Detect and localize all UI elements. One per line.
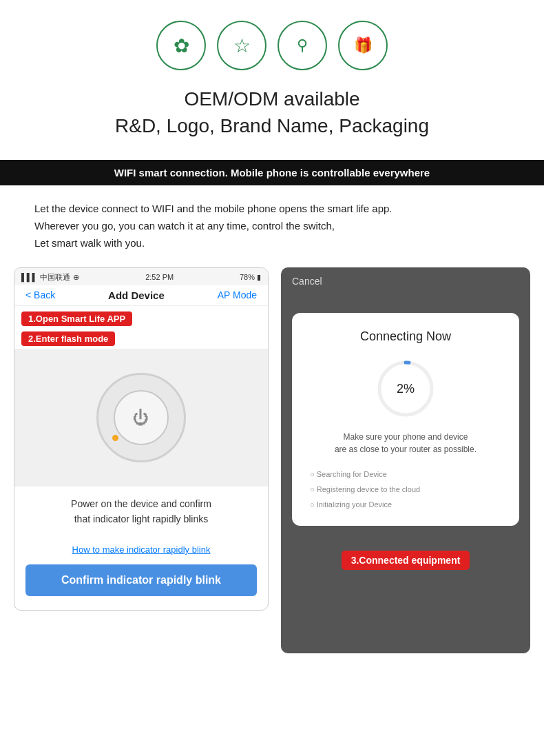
- step-registering: Registering device to the cloud: [310, 482, 501, 497]
- cancel-button[interactable]: Cancel: [292, 276, 322, 287]
- back-button[interactable]: < Back: [25, 289, 55, 300]
- connected-row: 3.Connected equipment: [281, 537, 530, 581]
- confirm-blink-button[interactable]: Confirm indicator rapidly blink: [25, 564, 257, 596]
- power-icon: ⏻: [133, 408, 149, 427]
- power-button-area[interactable]: ⏻: [114, 390, 169, 445]
- ap-mode-button[interactable]: AP Mode: [218, 289, 257, 300]
- phone-nav: < Back Add Device AP Mode: [14, 285, 268, 306]
- phones-row: ▌▌▌ 中国联通 ⊕ 2:52 PM 78% ▮ < Back Add Devi…: [0, 267, 544, 653]
- step-initializing: Initializing your Device: [310, 497, 501, 512]
- signal-icon: ▌▌▌: [21, 273, 37, 281]
- progress-percent: 2%: [397, 381, 415, 396]
- battery-icon: ▮: [257, 273, 261, 282]
- plug-search-icon: ⚲: [278, 21, 327, 70]
- wifi-icon: ⊕: [73, 273, 79, 282]
- status-bar: ▌▌▌ 中国联通 ⊕ 2:52 PM 78% ▮: [14, 268, 268, 285]
- star-icon: ☆: [217, 21, 266, 70]
- description-text: Let the device connect to WIFI and the m…: [0, 201, 544, 267]
- step1-label: 1.Open Smart Life APP: [14, 306, 268, 329]
- battery-percent: 78%: [240, 273, 255, 281]
- top-icons-row: ✿ ☆ ⚲ 🎁: [0, 0, 544, 81]
- router-note: Make sure your phone and device are as c…: [303, 431, 508, 456]
- phone-left: ▌▌▌ 中国联通 ⊕ 2:52 PM 78% ▮ < Back Add Devi…: [14, 267, 269, 611]
- steps-list: Searching for Device Registering device …: [303, 467, 508, 512]
- dimmer-ui: ⏻: [14, 349, 268, 487]
- nav-title: Add Device: [108, 289, 165, 301]
- phone-right: Cancel Connecting Now 2% Make sure your …: [281, 267, 530, 653]
- clover-icon: ✿: [156, 21, 206, 70]
- connected-badge: 3.Connected equipment: [342, 551, 470, 570]
- right-cancel-bar: Cancel: [281, 267, 530, 292]
- time-display: 2:52 PM: [145, 273, 174, 281]
- progress-circle: 2%: [375, 358, 437, 420]
- connecting-card: Connecting Now 2% Make sure your phone a…: [292, 313, 519, 526]
- gift-icon: 🎁: [338, 21, 388, 70]
- oem-title: OEM/ODM available R&D, Logo, Brand Name,…: [0, 81, 544, 160]
- step-searching: Searching for Device: [310, 467, 501, 482]
- blink-indicator: [112, 435, 118, 441]
- carrier-name: 中国联通: [40, 272, 70, 283]
- step2-label: 2.Enter flash mode: [14, 329, 268, 349]
- dimmer-ring: ⏻: [96, 373, 186, 462]
- connecting-title: Connecting Now: [303, 329, 508, 344]
- wifi-banner: WIFI smart connection. Mobile phone is c…: [0, 160, 544, 185]
- how-to-link[interactable]: How to make indicator rapidly blink: [14, 532, 268, 560]
- power-on-text: Power on the device and confirm that ind…: [14, 487, 268, 533]
